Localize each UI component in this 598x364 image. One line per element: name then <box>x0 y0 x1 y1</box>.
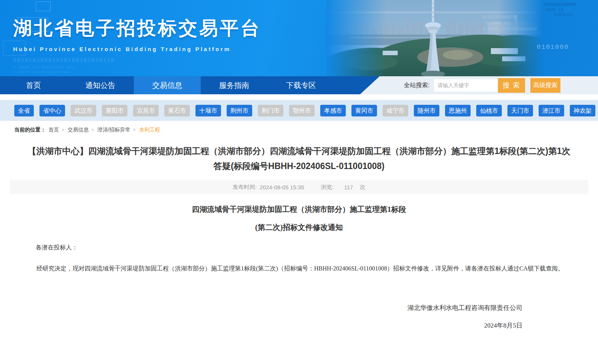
search-label: 全站搜索: <box>404 82 430 89</box>
region-filter-button[interactable]: 天门市 <box>507 105 533 116</box>
breadcrumb: 当前的位置： 首页 > 交易信息 > 澄清/招标异常 > <box>14 126 598 134</box>
region-filter-button[interactable]: 黄石市 <box>164 105 190 116</box>
binary-decoration: 101010100010 <box>481 14 516 20</box>
nav-item[interactable]: 交易信息 <box>134 76 201 94</box>
deco-rect <box>36 2 51 11</box>
region-filter-button[interactable]: 孝感市 <box>320 105 346 116</box>
breadcrumb-item: 首页 <box>48 127 59 133</box>
breadcrumb-item: > 澄清/招标异常 <box>91 127 130 133</box>
region-filter-button[interactable]: 鄂州市 <box>289 105 315 116</box>
binary-decoration: 0 10100 110101010101 01 <box>13 71 68 74</box>
nav-item[interactable]: 服务指南 <box>201 76 268 94</box>
site-search: 全站搜索: 搜 索 高级搜索 <box>404 76 560 94</box>
nav-item[interactable]: 下载专区 <box>268 76 335 94</box>
binary-decoration: 0 10000 111 <box>486 21 510 26</box>
binary-decoration: 10101010001010100101010110 <box>13 57 115 63</box>
photo-fade-left <box>326 0 386 76</box>
region-filter-button[interactable]: 武汉市 <box>71 105 96 116</box>
views-count: 117 <box>344 184 353 190</box>
region-filter-button[interactable]: 襄阳市 <box>102 105 127 116</box>
nav-item[interactable]: 通知公告 <box>67 76 134 94</box>
document-title-line2: (第二次)招标文件修改通知 <box>0 222 598 233</box>
breadcrumb-item: > 交易信息 <box>62 127 89 133</box>
photo-fade-right <box>498 0 543 76</box>
search-input[interactable] <box>434 79 497 92</box>
advanced-search-button[interactable]: 高级搜索 <box>530 78 560 93</box>
main-nav: 首页 通知公告 交易信息 服务指南 下载专区 全站搜索: 搜 索 高级搜索 <box>0 76 598 94</box>
breadcrumb-trail: 首页 > 交易信息 > 澄清/招标异常 > 水利工程 <box>46 127 160 133</box>
breadcrumb-link[interactable]: 首页 <box>48 127 59 133</box>
document-title-line1: 四湖流域骨干河渠堤防加固工程（洪湖市部分）施工监理第1标段 <box>0 204 598 214</box>
signature-company: 湖北华傲水利水电工程咨询有限责任公司 <box>24 304 522 312</box>
region-filter-button[interactable]: 随州市 <box>414 105 439 116</box>
region-filter-button[interactable]: 咸宁市 <box>383 105 408 116</box>
region-filter-button[interactable]: 省中心 <box>39 105 65 116</box>
publish-time-value: 2024-08-05 15:35 <box>260 184 304 190</box>
binary-decoration: 0 10000 1110101010101010 <box>483 27 537 31</box>
views-label: 浏览: <box>321 184 333 191</box>
search-button[interactable]: 搜 索 <box>498 78 525 93</box>
views-unit: 次 <box>360 184 365 191</box>
page-title: 【洪湖市中心】四湖流域骨干河渠堤防加固工程（洪湖市部分）四湖流域骨干河渠堤防加固… <box>24 143 575 174</box>
binary-decoration: 01010101 <box>553 12 573 17</box>
document-content: 四湖流域骨干河渠堤防加固工程（洪湖市部分）施工监理第1标段 (第二次)招标文件修… <box>0 204 598 330</box>
notice-paragraph: 经研究决定，现对四湖流域骨干河渠堤防加固工程（洪湖市部分）施工监理第1标段(第二… <box>24 262 574 275</box>
region-filter-button[interactable]: 黄冈市 <box>351 105 377 116</box>
site-title: 湖北省电子招投标交易平台 <box>13 16 261 41</box>
document-body: 各潜在投标人： 经研究决定，现对四湖流域骨干河渠堤防加固工程（洪湖市部分）施工监… <box>24 244 574 330</box>
region-filter-button[interactable]: 仙桃市 <box>476 105 502 116</box>
site-header: 10101010001010100101010110 0 10000 011 0… <box>0 0 598 76</box>
breadcrumb-separator: > <box>133 127 135 133</box>
region-filter-button[interactable]: 恩施州 <box>445 105 471 116</box>
region-filter-button[interactable]: 十堰市 <box>195 105 221 116</box>
page: 10101010001010100101010110 0 10000 011 0… <box>0 0 598 364</box>
region-filter-button[interactable]: 宜昌市 <box>133 105 159 116</box>
article-meta-bar: 发布时间: 2024-08-05 15:35 浏览: 117 次 <box>10 180 588 194</box>
region-filter-bar: 全省 省中心 武汉市 襄阳市 宜昌市 黄石市 十堰市 荆州市 荆门市 鄂州市 孝… <box>0 100 598 121</box>
signature-date: 2024年8月5日 <box>24 321 522 330</box>
binary-decoration: 1101010100010 <box>544 2 576 7</box>
region-filter-button[interactable]: 神农架 <box>570 105 595 116</box>
breadcrumb-link[interactable]: 水利工程 <box>139 127 160 133</box>
breadcrumb-link[interactable]: 澄清/招标异常 <box>97 127 130 133</box>
region-filter-button[interactable]: 全省 <box>14 105 34 116</box>
region-filter-button[interactable]: 潜江市 <box>539 105 564 116</box>
binary-decoration: 0101000 <box>537 44 569 51</box>
breadcrumb-separator: > <box>92 127 94 133</box>
breadcrumb-label: 当前的位置： <box>14 127 46 133</box>
binary-decoration: 0 10000 011 010101010 0101 <box>13 66 76 69</box>
region-filter-button[interactable]: 荆门市 <box>258 105 283 116</box>
site-subtitle: Hubei Province Electronic Bidding Tradin… <box>13 46 261 52</box>
breadcrumb-separator: > <box>62 127 64 133</box>
nav-menu: 首页 通知公告 交易信息 服务指南 下载专区 <box>0 76 380 94</box>
publish-time-label: 发布时间: <box>233 184 257 191</box>
nav-item[interactable]: 首页 <box>0 76 67 94</box>
signature-block: 湖北华傲水利水电工程咨询有限责任公司 2024年8月5日 <box>24 304 574 330</box>
site-brand: 湖北省电子招投标交易平台 Hubei Province Electronic B… <box>13 16 261 52</box>
salutation: 各潜在投标人： <box>24 244 574 252</box>
breadcrumb-link[interactable]: 交易信息 <box>68 127 89 133</box>
region-filter-button[interactable]: 荆州市 <box>227 105 252 116</box>
breadcrumb-item: > 水利工程 <box>133 127 160 133</box>
binary-decoration: 0101 10 <box>546 8 563 12</box>
